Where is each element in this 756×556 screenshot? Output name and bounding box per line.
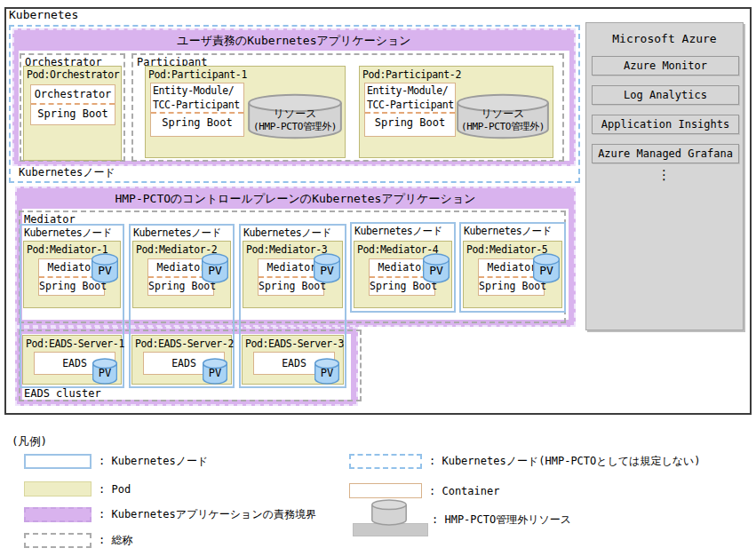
legend-item-generic: : 総称 [24,533,132,548]
legend-item-container: : Container [349,483,499,498]
kubernetes-cluster-label: Kubernetes [9,8,78,21]
boundary-swatch [24,507,92,522]
k8s-node-dashed-swatch [349,454,422,469]
generic-swatch [24,533,92,548]
k8s-node-1-label: Kubernetesノード [24,226,112,240]
pv-cylinder: PV [92,253,118,283]
legend-label: : Kubernetesノード(HMP-PCTOとしては規定しない) [429,454,700,469]
pv-cylinder: PV [533,253,560,283]
user-app-banner: ユーザ責務のKubernetesアプリケーション [14,31,574,50]
log-analytics-box: Log Analytics [592,85,739,105]
pod-participant-2-label: Pod:Participant-2 [360,67,553,82]
pod-participant-1: Pod:Participant-1 Entity-Module/ TCC-Par… [145,66,346,158]
orchestrator-container: Orchestrator Spring Boot [30,84,115,125]
legend-label: : Kubernetesノード [99,454,208,469]
pv-cylinder: PV [203,358,227,385]
azure-ellipsis: ⋮ [586,167,743,183]
k8s-node-3-label: Kubernetesノード [243,226,331,240]
azure-managed-grafana-box: Azure Managed Grafana [592,144,739,163]
orchestrator-runtime-row: Spring Boot [31,105,115,123]
participant-1-module-line-2: TCC-Participant [151,98,243,112]
pv-label: PV [321,363,333,379]
eads-cluster-label: EADS cluster [24,387,101,400]
pv-cylinder: PV [423,253,450,283]
container-swatch [349,483,422,498]
pv-label: PV [539,260,553,277]
pv-label: PV [98,260,112,277]
azure-panel: Microsoft Azure Azure Monitor Log Analyt… [585,22,744,330]
pod-mediator-2: Pod:Mediator-2 Mediator Spring Boot PV [132,241,231,308]
k8s-node-4-label: Kubernetesノード [354,225,442,238]
pv-cylinder: PV [314,358,339,385]
pod-mediator-3: Pod:Mediator-3 Mediator Spring Boot PV [243,241,343,308]
legend-item-k8s-node: : Kubernetesノード [24,454,208,469]
resource-label-line-2: (HMP-PCTO管理外) [461,121,545,133]
k8s-node-swatch [24,454,92,469]
resource-label-line-1: リソース [481,107,525,121]
pod-participant-1-label: Pod:Participant-1 [146,67,345,82]
control-plane-banner: HMP-PCTOのコントロールプレーンのKubernetesアプリケーション [17,189,574,208]
pv-label: PV [99,363,111,379]
pod-swatch [24,481,92,496]
participant-2-container: Entity-Module/ TCC-Participant Spring Bo… [364,83,456,137]
legend-item-boundary: : Kubernetesアプリケーションの責務境界 [24,507,316,522]
pv-label: PV [208,260,222,277]
pod-eads-server-3: Pod:EADS-Server-3 EADS PV [242,335,344,385]
architecture-diagram: Kubernetes Kubernetesノード ユーザ責務のKubernete… [0,0,756,556]
azure-monitor-box: Azure Monitor [592,56,739,75]
resource-label-line-1: リソース [274,107,317,121]
external-resource-cylinder: リソース (HMP-PCTO管理外) [247,93,343,139]
user-k8s-node-label: Kubernetesノード [19,165,115,180]
pv-label: PV [209,363,221,379]
application-insights-box: Application Insights [592,115,739,134]
legend-label: : 総称 [99,533,132,548]
legend-item-pod: : Pod [24,481,131,496]
azure-title: Microsoft Azure [586,32,743,45]
legend-label: : HMP-PCTO管理外リソース [432,512,571,528]
external-resource-cylinder [371,499,407,526]
pod-eads-server-3-label: Pod:EADS-Server-3 [243,336,343,351]
pod-participant-2: Pod:Participant-2 Entity-Module/ TCC-Par… [359,66,553,158]
participant-1-container: Entity-Module/ TCC-Participant Spring Bo… [150,83,244,137]
participant-2-module-line-2: TCC-Participant [365,98,455,112]
legend-item-k8s-node-undefined: : Kubernetesノード(HMP-PCTOとしては規定しない) [349,454,700,469]
k8s-node-5-label: Kubernetesノード [464,225,552,238]
participant-2-runtime-row: Spring Boot [365,114,455,131]
pod-orchestrator-label: Pod:Orchestrator [24,67,121,82]
pod-mediator-1: Pod:Mediator-1 Mediator Spring Boot PV [23,241,121,308]
k8s-node-2-label: Kubernetesノード [133,226,221,240]
pv-cylinder: PV [92,358,117,385]
pod-eads-server-2: Pod:EADS-Server-2 EADS PV [131,335,232,385]
external-resource-cylinder: リソース (HMP-PCTO管理外) [456,93,550,139]
pv-label: PV [429,260,443,277]
pod-mediator-5: Pod:Mediator-5 Mediator Spring Boot PV [463,241,562,308]
pod-orchestrator: Pod:Orchestrator Orchestrator Spring Boo… [23,66,122,161]
pv-label: PV [320,260,334,277]
pv-cylinder: PV [202,253,228,283]
pod-eads-server-1-label: Pod:EADS-Server-1 [23,336,121,351]
pod-mediator-4: Pod:Mediator-4 Mediator Spring Boot PV [354,241,452,308]
legend-label: : Kubernetesアプリケーションの責務境界 [99,507,316,522]
pod-eads-server-2-label: Pod:EADS-Server-2 [132,336,231,351]
pv-cylinder: PV [314,253,340,283]
legend-item-external-resource [353,497,428,536]
legend-label: : Pod [99,483,131,496]
legend-label: : Container [429,485,499,497]
participant-2-module-line-1: Entity-Module/ [365,83,455,98]
cylinder-shape [371,499,407,526]
resource-label-line-2: (HMP-PCTO管理外) [253,121,337,133]
pod-eads-server-1: Pod:EADS-Server-1 EADS PV [22,335,122,385]
participant-1-runtime-row: Spring Boot [151,114,243,131]
orchestrator-app-row: Orchestrator [31,85,115,103]
participant-1-module-line-1: Entity-Module/ [151,83,243,98]
legend-title: (凡例) [12,434,47,449]
